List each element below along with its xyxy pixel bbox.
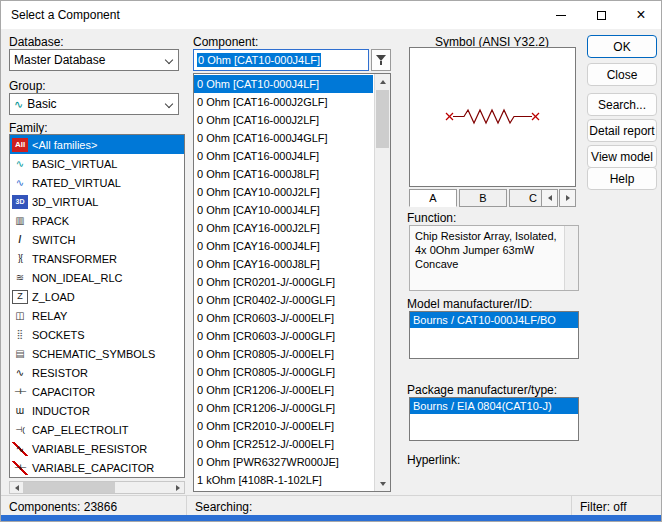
family-list-item[interactable]: CAP_ELECTROLIT bbox=[10, 420, 184, 439]
family-list-item[interactable]: VARIABLE_CAPACITOR bbox=[10, 458, 184, 477]
family-list-item[interactable]: TRANSFORMER bbox=[10, 249, 184, 268]
family-icon bbox=[12, 157, 28, 171]
family-list-item[interactable]: RPACK bbox=[10, 211, 184, 230]
package-manufacturer-item[interactable]: Bourns / EIA 0804(CAT10-J) bbox=[410, 398, 578, 414]
ok-button[interactable]: OK bbox=[587, 35, 657, 58]
component-list-item[interactable]: 0 Ohm [CAY16-000J2LF] bbox=[194, 219, 373, 237]
help-button[interactable]: Help bbox=[587, 167, 657, 190]
family-icon bbox=[12, 233, 28, 247]
filter-funnel-icon bbox=[380, 61, 382, 65]
family-list-item[interactable]: SCHEMATIC_SYMBOLS bbox=[10, 344, 184, 363]
component-list-item[interactable]: 0 Ohm [CAT16-000J4GLF] bbox=[194, 129, 373, 147]
component-vertical-scrollbar[interactable] bbox=[374, 74, 390, 491]
component-list-item[interactable]: 0 Ohm [CR0402-J/-000GLF] bbox=[194, 291, 373, 309]
family-icon bbox=[12, 423, 28, 437]
symbol-section-tab[interactable]: A bbox=[409, 189, 457, 207]
sine-wave-icon: ∿ bbox=[14, 98, 23, 111]
function-scrollbar[interactable] bbox=[564, 226, 578, 290]
maximize-button[interactable] bbox=[581, 1, 621, 29]
component-list-item[interactable]: 0 Ohm [CR0603-J/-000ELF] bbox=[194, 309, 373, 327]
hyperlink-label: Hyperlink: bbox=[407, 453, 460, 467]
component-list-item[interactable]: 0 Ohm [CAT16-000J2GLF] bbox=[194, 93, 373, 111]
close-dialog-button[interactable]: Close bbox=[587, 63, 657, 86]
family-item-label: VARIABLE_RESISTOR bbox=[32, 443, 147, 455]
family-list-item[interactable]: INDUCTOR bbox=[10, 401, 184, 420]
component-list-item[interactable]: 0 Ohm [CR0805-J/-000ELF] bbox=[194, 345, 373, 363]
component-list-item[interactable]: 0 Ohm [CR1206-J/-000GLF] bbox=[194, 399, 373, 417]
family-icon bbox=[12, 461, 28, 475]
family-list-item[interactable]: SWITCH bbox=[10, 230, 184, 249]
family-list-item[interactable]: SOCKETS bbox=[10, 325, 184, 344]
section-prev-button[interactable] bbox=[541, 189, 558, 207]
component-item-label: 0 Ohm [CAY10-000J4LF] bbox=[197, 204, 320, 216]
section-next-button[interactable] bbox=[559, 189, 576, 207]
component-filter-input[interactable]: 0 Ohm [CAT10-000J4LF] bbox=[193, 49, 369, 71]
family-list-item[interactable]: RATED_VIRTUAL bbox=[10, 173, 184, 192]
group-dropdown[interactable]: ∿ Basic bbox=[9, 93, 179, 115]
search-button[interactable]: Search... bbox=[587, 93, 657, 116]
scrollbar-thumb[interactable] bbox=[23, 482, 115, 493]
family-item-label: INDUCTOR bbox=[32, 405, 90, 417]
status-filter: Filter: off bbox=[571, 496, 661, 517]
close-button[interactable] bbox=[621, 1, 661, 29]
component-item-label: 0 Ohm [PWR6327WR000JE] bbox=[197, 456, 339, 468]
component-list-item[interactable]: 0 Ohm [CR0201-J/-000GLF] bbox=[194, 273, 373, 291]
function-text-box: Chip Resistor Array, Isolated, 4x 0Ohm J… bbox=[409, 225, 579, 291]
scrollbar-thumb[interactable] bbox=[376, 90, 389, 148]
package-manufacturer-list[interactable]: Bourns / EIA 0804(CAT10-J) bbox=[409, 397, 579, 441]
family-icon bbox=[12, 442, 28, 456]
symbol-preview bbox=[409, 47, 576, 187]
family-list-item[interactable]: CAPACITOR bbox=[10, 382, 184, 401]
scroll-left-button[interactable] bbox=[10, 482, 23, 493]
component-list-item[interactable]: 0 Ohm [CAT16-000J8LF] bbox=[194, 165, 373, 183]
component-filter-button[interactable] bbox=[371, 49, 391, 71]
scroll-down-button[interactable] bbox=[375, 476, 390, 491]
scroll-right-button[interactable] bbox=[171, 482, 184, 493]
family-list-item[interactable]: RELAY bbox=[10, 306, 184, 325]
model-manufacturer-item[interactable]: Bourns / CAT10-000J4LF/BO bbox=[410, 312, 578, 328]
scroll-up-button[interactable] bbox=[375, 74, 390, 89]
family-list-item[interactable]: NON_IDEAL_RLC bbox=[10, 268, 184, 287]
component-list[interactable]: 0 Ohm [CAT10-000J4LF] 0 Ohm [CAT16-000J2… bbox=[193, 73, 391, 492]
component-list-item[interactable]: 0 Ohm [CR0805-J/-000GLF] bbox=[194, 363, 373, 381]
family-horizontal-scrollbar[interactable] bbox=[9, 481, 185, 494]
component-list-item[interactable]: 0 Ohm [PWR6327WR000JE] bbox=[194, 453, 373, 471]
minimize-button[interactable] bbox=[541, 1, 581, 29]
component-list-item[interactable]: 0 Ohm [CAT16-000J4LF] bbox=[194, 147, 373, 165]
component-list-item[interactable]: 0 Ohm [CAT16-000J2LF] bbox=[194, 111, 373, 129]
component-list-item[interactable]: 0 Ohm [CR0603-J/-000GLF] bbox=[194, 327, 373, 345]
database-label: Database: bbox=[9, 35, 64, 49]
model-manufacturer-list[interactable]: Bourns / CAT10-000J4LF/BO bbox=[409, 311, 579, 359]
family-list-item[interactable]: Z_LOAD bbox=[10, 287, 184, 306]
family-item-label: TRANSFORMER bbox=[32, 253, 117, 265]
family-icon bbox=[12, 271, 28, 285]
component-list-item[interactable]: 0 Ohm [CR2010-J/-000ELF] bbox=[194, 417, 373, 435]
component-list-item[interactable]: 0 Ohm [CR2512-J/-000ELF] bbox=[194, 435, 373, 453]
component-item-label: 0 Ohm [CAT16-000J2LF] bbox=[197, 114, 319, 126]
detail-report-button[interactable]: Detail report bbox=[587, 119, 657, 142]
component-item-label: 0 Ohm [CAY16-000J4LF] bbox=[197, 240, 320, 252]
component-list-item[interactable]: 0 Ohm [CAY10-000J4LF] bbox=[194, 201, 373, 219]
family-list-item[interactable]: <All families> bbox=[10, 135, 184, 154]
component-item-label: 0 Ohm [CAT16-000J4LF] bbox=[197, 150, 319, 162]
family-list[interactable]: <All families> BASIC_VIRTUAL RATED_VIRTU… bbox=[9, 134, 185, 478]
component-list-item[interactable]: 0 Ohm [CAT10-000J4LF] bbox=[194, 75, 373, 93]
symbol-section-tab[interactable]: B bbox=[459, 189, 507, 207]
component-item-label: 0 Ohm [CAY16-000J8LF] bbox=[197, 258, 320, 270]
family-list-item[interactable]: BASIC_VIRTUAL bbox=[10, 154, 184, 173]
family-list-item[interactable]: RESISTOR bbox=[10, 363, 184, 382]
component-list-item[interactable]: 0 Ohm [CR1206-J/-000ELF] bbox=[194, 381, 373, 399]
family-icon bbox=[12, 366, 28, 380]
symbol-section-tab-label: A bbox=[429, 192, 436, 204]
family-list-item[interactable]: VARIABLE_RESISTOR bbox=[10, 439, 184, 458]
arrow-up-icon bbox=[380, 80, 386, 84]
component-filter-value: 0 Ohm [CAT10-000J4LF] bbox=[197, 53, 321, 67]
component-list-item[interactable]: 0 Ohm [CAY16-000J4LF] bbox=[194, 237, 373, 255]
family-list-item[interactable]: 3D_VIRTUAL bbox=[10, 192, 184, 211]
component-list-item[interactable]: 1 kOhm [4108R-1-102LF] bbox=[194, 471, 373, 489]
component-list-item[interactable]: 0 Ohm [CAY10-000J2LF] bbox=[194, 183, 373, 201]
view-model-button[interactable]: View model bbox=[587, 145, 657, 168]
family-item-label: RATED_VIRTUAL bbox=[32, 177, 121, 189]
database-dropdown[interactable]: Master Database bbox=[9, 49, 179, 71]
component-list-item[interactable]: 0 Ohm [CAY16-000J8LF] bbox=[194, 255, 373, 273]
